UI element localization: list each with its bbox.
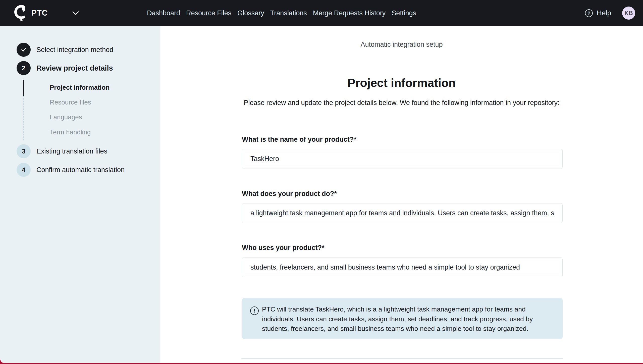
- help-button[interactable]: ? Help: [585, 9, 611, 17]
- step-number-circle: 2: [17, 61, 31, 75]
- page-description: Please review and update the project det…: [160, 99, 643, 107]
- product-users-label: Who uses your product?*: [242, 244, 325, 252]
- step-review-project-details[interactable]: 2 Review project details: [0, 61, 113, 75]
- nav-translations[interactable]: Translations: [270, 9, 307, 17]
- step-number-circle: 3: [17, 144, 31, 158]
- wizard-subtitle: Automatic integration setup: [160, 41, 643, 48]
- stepper-progress-bar: [23, 80, 24, 96]
- nav-resource-files[interactable]: Resource Files: [186, 9, 231, 17]
- topbar-right: ? Help KB: [585, 0, 635, 26]
- main-content: Automatic integration setup Project info…: [160, 26, 643, 364]
- step-label: Review project details: [36, 64, 113, 72]
- nav-settings[interactable]: Settings: [392, 9, 416, 17]
- help-icon: ?: [585, 9, 593, 17]
- product-name-label: What is the name of your product?*: [242, 136, 356, 143]
- stepper-connector-dashed: [23, 96, 24, 140]
- bottom-red-strip: [0, 363, 643, 364]
- product-users-input[interactable]: [242, 257, 563, 277]
- step-number-circle: 4: [17, 163, 31, 177]
- nav-dashboard[interactable]: Dashboard: [147, 9, 180, 17]
- substep-term-handling[interactable]: Term handling: [50, 128, 91, 136]
- translation-summary-text: PTC will translate TaskHero, which is a …: [262, 304, 553, 334]
- user-avatar[interactable]: KB: [622, 7, 635, 20]
- brand-logo-icon: [13, 4, 27, 22]
- product-purpose-label: What does your product do?*: [242, 190, 337, 198]
- top-navigation: Dashboard Resource Files Glossary Transl…: [147, 0, 416, 26]
- step-number: 4: [22, 167, 25, 173]
- section-divider: [241, 358, 563, 359]
- product-name-input[interactable]: [242, 149, 563, 169]
- step-label: Select integration method: [36, 46, 113, 54]
- info-icon: !: [250, 306, 259, 315]
- brand-menu[interactable]: PTC: [13, 0, 79, 26]
- chevron-down-icon[interactable]: [72, 11, 79, 15]
- substep-languages[interactable]: Languages: [50, 113, 82, 121]
- nav-glossary[interactable]: Glossary: [237, 9, 264, 17]
- setup-stepper-sidebar: Select integration method 2 Review proje…: [0, 26, 160, 364]
- product-purpose-input[interactable]: [242, 203, 563, 223]
- substep-resource-files[interactable]: Resource files: [50, 98, 91, 106]
- step-number: 3: [22, 148, 25, 154]
- brand-name: PTC: [31, 9, 48, 18]
- step-select-integration-method[interactable]: Select integration method: [0, 43, 113, 57]
- step-label: Confirm automatic translation: [36, 166, 125, 174]
- step-number: 2: [22, 65, 25, 71]
- help-label: Help: [597, 9, 611, 17]
- topbar: PTC Dashboard Resource Files Glossary Tr…: [0, 0, 643, 26]
- step-confirm-automatic-translation[interactable]: 4 Confirm automatic translation: [0, 163, 125, 177]
- checkmark-icon: [20, 46, 27, 53]
- step-label: Existing translation files: [36, 147, 107, 155]
- nav-merge-requests-history[interactable]: Merge Requests History: [313, 9, 386, 17]
- substep-project-information[interactable]: Project information: [50, 83, 110, 91]
- translation-summary-note: ! PTC will translate TaskHero, which is …: [242, 298, 563, 339]
- page-title: Project information: [160, 76, 643, 90]
- step-existing-translation-files[interactable]: 3 Existing translation files: [0, 144, 107, 158]
- step-done-circle: [17, 43, 31, 57]
